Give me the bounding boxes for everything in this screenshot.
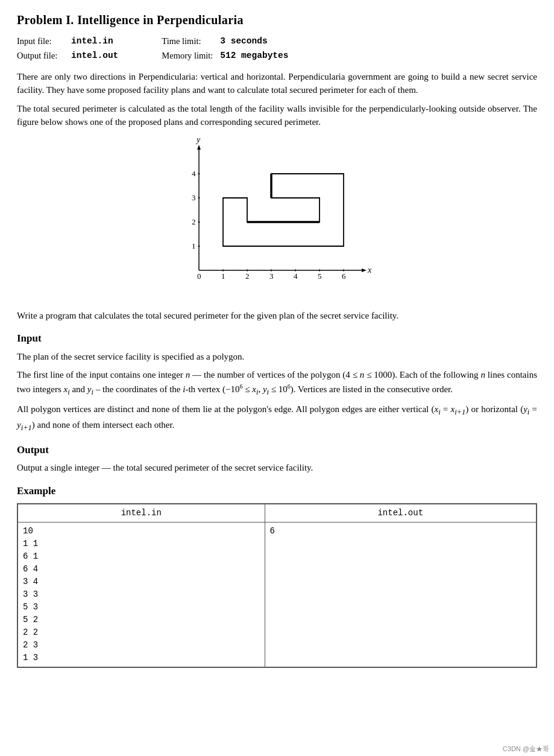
- example-col2-header: intel.out: [265, 504, 536, 523]
- output-section-title: Output: [17, 442, 537, 458]
- svg-text:5: 5: [318, 272, 322, 281]
- input-file-label: Input file:: [17, 35, 71, 49]
- example-output-cell: 6: [265, 523, 536, 667]
- input-file-value: intel.in: [71, 35, 125, 49]
- input-paragraph-3: All polygon vertices are distinct and no…: [17, 402, 537, 434]
- svg-marker-27: [223, 174, 344, 246]
- intro-paragraph-2: The total secured perimeter is calculate…: [17, 102, 537, 129]
- svg-text:4: 4: [294, 272, 298, 281]
- write-program-text: Write a program that calculates the tota…: [17, 309, 537, 323]
- figure-container: x y 0 1 2 3 4 5 6 1 2 3 4: [17, 138, 537, 300]
- input-paragraph-2: The first line of the input contains one…: [17, 368, 537, 398]
- input-paragraph-1: The plan of the secret service facility …: [17, 350, 537, 364]
- example-table: intel.in intel.out 101 16 16 43 43 35 35…: [17, 504, 537, 667]
- svg-marker-1: [362, 268, 367, 272]
- svg-text:3: 3: [192, 193, 196, 202]
- svg-text:x: x: [367, 265, 372, 275]
- example-section-title: Example: [17, 483, 537, 499]
- example-col1-header: intel.in: [18, 504, 265, 523]
- svg-text:0: 0: [197, 272, 201, 281]
- input-section-title: Input: [17, 331, 537, 346]
- svg-marker-3: [197, 145, 201, 150]
- memory-limit-label: Memory limit:: [125, 49, 220, 64]
- svg-text:y: y: [195, 138, 201, 144]
- problem-title: Problem I. Intelligence in Perpendicular…: [17, 11, 537, 29]
- example-data-row: 101 16 16 43 43 35 35 22 22 31 3 6: [18, 523, 537, 667]
- svg-text:2: 2: [245, 272, 250, 281]
- svg-text:1: 1: [192, 241, 196, 250]
- intro-paragraph-1: There are only two directions in Perpend…: [17, 70, 537, 97]
- example-input-cell: 101 16 16 43 43 35 35 22 22 31 3: [18, 523, 265, 667]
- output-paragraph-1: Output a single integer — the total secu…: [17, 461, 537, 475]
- coordinate-diagram: x y 0 1 2 3 4 5 6 1 2 3 4: [175, 138, 380, 300]
- output-file-value: intel.out: [71, 49, 125, 64]
- example-table-wrapper: intel.in intel.out 101 16 16 43 43 35 35…: [17, 503, 537, 668]
- svg-text:1: 1: [221, 272, 225, 281]
- time-limit-label: Time limit:: [125, 35, 220, 49]
- time-limit-value: 3 seconds: [220, 35, 295, 49]
- svg-text:6: 6: [342, 272, 346, 281]
- svg-text:3: 3: [269, 272, 274, 281]
- svg-text:2: 2: [192, 217, 196, 226]
- meta-info-table: Input file: intel.in Time limit: 3 secon…: [17, 35, 295, 64]
- output-file-label: Output file:: [17, 49, 71, 64]
- memory-limit-value: 512 megabytes: [220, 49, 295, 64]
- svg-text:4: 4: [192, 169, 196, 178]
